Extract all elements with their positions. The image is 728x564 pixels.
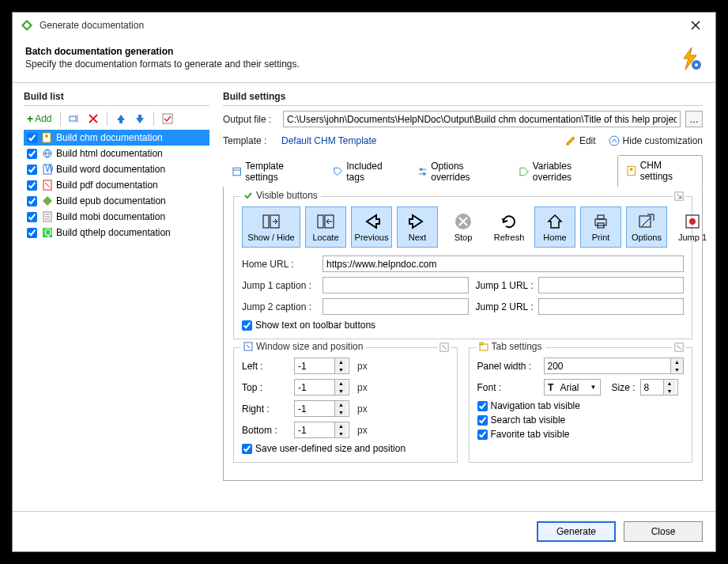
window-close-button[interactable] [684, 17, 707, 33]
sliders-icon [417, 166, 428, 177]
left-input[interactable] [295, 358, 334, 373]
btn-home[interactable]: Home [534, 206, 575, 248]
generate-button[interactable]: Generate [537, 521, 616, 542]
build-list: Build chm documentation Build html docum… [24, 130, 209, 240]
jump-icon [683, 212, 702, 231]
spin-up[interactable]: ▲ [335, 422, 347, 430]
search-tab-label: Search tab visible [491, 414, 566, 426]
spin-down[interactable]: ▼ [335, 388, 347, 396]
window-title: Generate documentation [40, 20, 684, 31]
tab-chm-settings[interactable]: CHM settings [617, 155, 703, 187]
epub-icon [42, 195, 53, 206]
add-label: Add [35, 113, 51, 124]
header-title: Batch documentation generation [25, 46, 677, 57]
output-file-label: Output file : [223, 114, 278, 125]
expand-corner-icon[interactable] [438, 341, 451, 354]
btn-previous[interactable]: Previous [351, 206, 392, 248]
browse-output-button[interactable]: … [685, 111, 703, 127]
font-icon: T [548, 383, 557, 392]
hide-customization-button[interactable]: Hide customization [609, 135, 703, 146]
jump2-url-label: Jump 2 URL : [473, 301, 534, 312]
btn-jump1[interactable]: Jump 1 [672, 206, 713, 248]
fav-tab-checkbox[interactable] [477, 430, 488, 440]
template-icon [232, 166, 242, 177]
chm-tab-icon [626, 165, 636, 176]
build-item-checkbox[interactable] [27, 133, 37, 143]
build-item-checkbox[interactable] [27, 180, 37, 191]
move-up-button[interactable] [112, 112, 130, 126]
right-label: Right : [242, 403, 289, 414]
tab-template-settings[interactable]: Template settings [223, 155, 324, 187]
build-item-checkbox[interactable] [27, 196, 37, 206]
btn-refresh[interactable]: Refresh [488, 206, 530, 248]
spin-down[interactable]: ▼ [664, 388, 676, 396]
build-item-qthelp[interactable]: Qt Build qthelp documentation [24, 225, 209, 240]
bottom-input[interactable] [295, 422, 334, 437]
btn-stop[interactable]: Stop [443, 206, 484, 248]
svg-point-28 [630, 168, 633, 171]
build-item-mobi[interactable]: Build mobi documentation [24, 209, 209, 225]
build-item-pdf[interactable]: Build pdf documentation [24, 177, 209, 193]
jump2-url-input[interactable] [538, 298, 685, 315]
spin-up[interactable]: ▲ [664, 380, 676, 388]
arrow-up-icon [115, 113, 126, 124]
top-input[interactable] [295, 380, 334, 395]
build-item-checkbox[interactable] [27, 149, 37, 159]
check-all-button[interactable] [159, 112, 176, 126]
save-size-checkbox[interactable] [242, 444, 252, 454]
spin-up[interactable]: ▲ [335, 358, 347, 366]
spin-down[interactable]: ▼ [335, 366, 347, 374]
spin-up[interactable]: ▲ [671, 358, 683, 366]
font-size-input[interactable] [641, 380, 663, 395]
btn-next[interactable]: Next [397, 206, 438, 248]
spin-down[interactable]: ▼ [671, 366, 683, 374]
build-item-checkbox[interactable] [27, 212, 37, 222]
close-button[interactable]: Close [624, 521, 703, 542]
build-item-word[interactable]: W Build word documentation [24, 161, 209, 177]
output-file-input[interactable] [283, 111, 681, 127]
build-item-html[interactable]: Build html documentation [24, 146, 209, 161]
svg-point-20 [609, 136, 619, 146]
move-down-button[interactable] [131, 112, 149, 126]
spin-up[interactable]: ▲ [335, 401, 347, 409]
check-icon [162, 113, 173, 124]
search-tab-checkbox[interactable] [477, 415, 488, 426]
font-select[interactable]: TArial▼ [544, 379, 601, 396]
build-item-chm[interactable]: Build chm documentation [24, 130, 209, 146]
spin-down[interactable]: ▼ [335, 409, 347, 417]
expand-corner-icon[interactable] [673, 190, 685, 203]
tab-variables-overrides[interactable]: Variables overrides [510, 155, 617, 187]
svg-point-40 [689, 218, 696, 225]
tab-included-tags[interactable]: Included tags [324, 155, 409, 187]
jump2-caption-input[interactable] [323, 298, 469, 315]
build-item-checkbox[interactable] [27, 165, 37, 175]
btn-show-hide[interactable]: Show / Hide [242, 206, 300, 248]
tab-options-overrides[interactable]: Options overrides [409, 155, 511, 187]
show-text-checkbox[interactable] [242, 320, 252, 331]
edit-template-button[interactable]: Edit [565, 135, 596, 146]
nav-tab-checkbox[interactable] [477, 401, 488, 411]
build-item-label: Build mobi documentation [56, 211, 165, 222]
right-input[interactable] [295, 401, 334, 416]
add-button[interactable]: + Add [24, 111, 55, 127]
jump1-caption-input[interactable] [323, 277, 469, 293]
build-item-checkbox[interactable] [27, 228, 37, 238]
btn-locate[interactable]: Locate [305, 206, 346, 248]
btn-options[interactable]: Options [626, 206, 667, 248]
delete-button[interactable] [85, 112, 102, 126]
spin-down[interactable]: ▼ [335, 430, 347, 438]
jump1-url-input[interactable] [538, 277, 685, 293]
bottom-label: Bottom : [242, 425, 289, 436]
btn-print[interactable]: Print [580, 206, 621, 248]
rename-button[interactable] [66, 112, 83, 126]
svg-rect-30 [263, 215, 269, 228]
expand-corner-icon[interactable] [673, 341, 685, 354]
panel-width-input[interactable] [545, 358, 671, 373]
home-url-input[interactable] [323, 256, 684, 272]
build-item-epub[interactable]: Build epub documentation [24, 193, 209, 209]
spin-up[interactable]: ▲ [335, 380, 347, 388]
app-icon [21, 19, 33, 32]
show-text-label: Show text on toolbar buttons [255, 320, 375, 331]
svg-text:W: W [45, 164, 53, 174]
template-link[interactable]: Default CHM Template [281, 135, 377, 146]
